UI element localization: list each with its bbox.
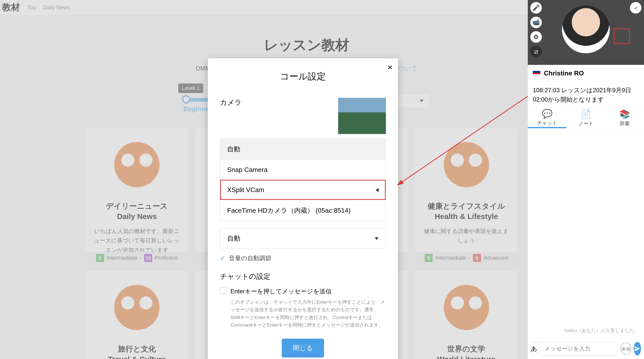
checkbox-icon <box>220 287 226 294</box>
enter-to-send-label: Enterキーを押してメッセージを送信 <box>230 287 332 295</box>
card-desc: いちばん人気の教材です。最新ニュースに基づいて毎日新しいレッスンが追加されていま… <box>86 221 188 255</box>
lesson-notice: 108:27:03 レッスンは2021年9月9日 02:00から開始となります <box>528 82 644 108</box>
card-title: デイリーニュースDaily News <box>86 201 188 221</box>
chat-input-row: あ ◉◉ <box>528 338 644 359</box>
check-icon: ✓ <box>220 254 225 262</box>
slider-knob[interactable] <box>182 95 190 104</box>
chat-icon: 💬 <box>542 109 552 119</box>
nav-top[interactable]: Top <box>27 4 36 11</box>
enter-to-send-help: このオプションは、チャットで入力中にEnterキーを押すことにより、メッセージを… <box>230 298 386 329</box>
tab-dictionary[interactable]: 📚辞書 <box>605 108 644 128</box>
nav-daily-news[interactable]: Daily News <box>43 4 70 11</box>
camera-option-xsplit[interactable]: XSplit VCam <box>220 180 386 200</box>
camera-dropdown: 自動 Snap Camera XSplit VCam FaceTime HDカメ… <box>220 139 386 221</box>
gear-icon[interactable]: ⚙ <box>530 31 542 43</box>
teacher-avatar <box>562 6 610 53</box>
card-title: 旅行と文化Travel & Culture <box>86 344 188 359</box>
material-card[interactable]: 健康とライフスタイルHealth & Lifestyle健康に関する語彙や表現を… <box>415 128 518 264</box>
camera-option-snap[interactable]: Snap Camera <box>220 160 386 180</box>
flag-icon <box>533 71 540 76</box>
chevron-down-icon <box>420 100 424 102</box>
card-badges: 5 Intermediate - 10 Proficient <box>86 252 188 264</box>
card-desc: 健康に関する語彙や表現を覚えましょう <box>415 221 518 245</box>
chat-body <box>528 128 644 359</box>
tab-note[interactable]: 📄ノート <box>567 108 605 128</box>
top-nav: 教材 Top Daily News <box>0 0 613 15</box>
enter-to-send-toggle[interactable]: Enterキーを押してメッセージを送信 <box>220 287 386 295</box>
screen-off-icon[interactable]: ⧄ <box>530 46 542 57</box>
translate-icon[interactable]: あ <box>531 342 538 355</box>
call-sidebar: 🎤 📹 ⚙ ⧄ ⤢ Christine RO 108:27:03 レッスンは20… <box>528 0 644 359</box>
camera-option-facetime[interactable]: FaceTime HDカメラ（内蔵） (05ac:8514) <box>220 200 386 221</box>
sidebar-header: 🎤 📹 ⚙ ⧄ ⤢ <box>528 0 644 65</box>
card-badges: 5 Intermediate - 8 Advanced <box>415 252 518 264</box>
call-settings-modal: × コール設定 カメラ 自動 Snap Camera XSplit VCam F… <box>208 58 398 359</box>
mic-icon[interactable]: 🎤 <box>530 2 542 14</box>
send-button[interactable] <box>634 342 641 355</box>
close-button[interactable]: 閉じる <box>282 339 324 357</box>
teacher-name-row: Christine RO <box>528 65 644 82</box>
card-illustration <box>415 271 518 344</box>
camera-option-auto[interactable]: 自動 <box>220 139 386 160</box>
video-icon[interactable]: 📹 <box>530 17 542 28</box>
camera-label: カメラ <box>220 98 242 134</box>
auto-volume-toggle[interactable]: ✓ 音量の自動調節 <box>220 254 386 262</box>
modal-title: コール設定 <box>208 70 398 83</box>
system-message: Natsu（あなた）が入室しました。 <box>564 327 639 334</box>
card-illustration <box>86 128 188 201</box>
mic-select-label: 自動 <box>227 234 240 243</box>
material-card[interactable]: 旅行と文化Travel & Culture海外旅行に使える表現を身に付けましょう… <box>86 271 188 359</box>
tab-chat[interactable]: 💬チャット <box>528 108 567 128</box>
level-badge: 8 <box>473 254 481 262</box>
owl-icon[interactable]: ◉◉ <box>621 342 631 355</box>
level-tooltip: Level 1 <box>178 83 203 93</box>
card-title: 健康とライフスタイルHealth & Lifestyle <box>415 201 518 221</box>
dictionary-icon: 📚 <box>619 109 630 119</box>
brand: 教材 <box>2 1 20 14</box>
message-input[interactable] <box>540 342 618 355</box>
chat-settings-heading: チャットの設定 <box>220 272 386 281</box>
chevron-down-icon <box>375 237 379 240</box>
material-card[interactable]: デイリーニュースDaily Newsいちばん人気の教材です。最新ニュースに基づい… <box>86 128 188 264</box>
sidebar-tabs: 💬チャット 📄ノート 📚辞書 <box>528 108 644 128</box>
teacher-name: Christine RO <box>544 69 584 77</box>
note-icon: 📄 <box>581 109 591 119</box>
level-badge: 10 <box>144 254 152 262</box>
page-title: レッスン教材 <box>0 36 613 55</box>
material-card[interactable]: 世界の文学World Literature有名な本、劇、ショートストーリーを英語… <box>415 271 518 359</box>
auto-volume-label: 音量の自動調節 <box>229 254 271 262</box>
card-illustration <box>415 128 518 201</box>
expand-icon[interactable]: ⤢ <box>630 2 641 14</box>
card-title: 世界の文学World Literature <box>415 344 518 359</box>
card-illustration <box>86 271 188 344</box>
close-icon[interactable]: × <box>387 62 392 72</box>
caret-left-icon <box>376 188 379 192</box>
camera-preview <box>338 98 386 134</box>
level-badge: 5 <box>96 254 104 262</box>
mic-select[interactable]: 自動 <box>220 228 386 249</box>
level-badge: 5 <box>425 254 433 262</box>
